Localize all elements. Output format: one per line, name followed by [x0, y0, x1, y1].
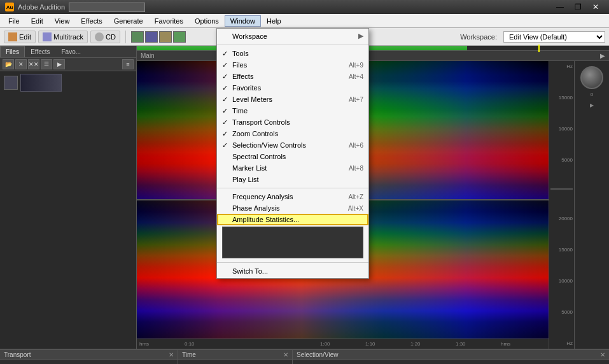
menu-favorites[interactable]: Favorites: [149, 15, 189, 27]
menu-effects[interactable]: Effects: [75, 15, 108, 27]
view-btn-2[interactable]: [145, 31, 158, 43]
menu-section-panels: Tools Files Alt+9 Effects Alt+4 Favorite…: [217, 46, 368, 186]
view-btn-1[interactable]: [131, 31, 144, 43]
freq-analysis-label: Frequency Analysis: [232, 193, 293, 200]
transport-content: |◀ ◀◀ ▶ ⏸ ■ ▶| |◀ ◀ ▶ ▶| ● 1:2: [0, 360, 178, 364]
menu-section-workspace: Workspace ▶: [217, 29, 368, 43]
menu-window[interactable]: Window: [225, 15, 261, 27]
dial-label: 0: [591, 92, 593, 97]
hz-label-15000b: 15000: [550, 247, 573, 253]
hz-label-15000: 15000: [550, 95, 573, 101]
waveform-area: Main ▶: [137, 46, 609, 349]
workspace-label-text: Workspace: [232, 32, 267, 40]
workspace-selector: Workspace: Edit View (Default): [460, 31, 605, 43]
menu-item-transport[interactable]: Transport Controls: [217, 116, 368, 128]
menu-item-tools[interactable]: Tools: [217, 48, 368, 59]
cd-button[interactable]: CD: [90, 31, 120, 43]
menu-div-1: [217, 45, 368, 45]
app-icon: Au: [5, 3, 14, 11]
multitrack-icon: [43, 32, 52, 41]
menu-generate[interactable]: Generate: [108, 15, 149, 27]
menu-item-time[interactable]: Time: [217, 105, 368, 116]
timeline-0-10: 0:10: [185, 341, 230, 347]
timeline-1-10: 1:10: [365, 341, 410, 347]
menu-item-marker-list[interactable]: Marker List Alt+8: [217, 162, 368, 174]
view-btn-3[interactable]: [159, 31, 172, 43]
files-play-btn[interactable]: ▶: [53, 59, 65, 69]
titlebar-left: Au Adobe Audition: [5, 3, 145, 12]
scroll-right-arrow[interactable]: ▶: [590, 102, 594, 108]
selection-panel: Selection/View ✕ Begin End Length Select…: [293, 350, 609, 364]
hz-label-10000b: 10000: [550, 278, 573, 284]
selection-panel-header: Selection/View ✕: [293, 350, 609, 360]
view-btn-4[interactable]: [173, 31, 186, 43]
tab-files[interactable]: Files: [0, 46, 25, 57]
zoom-label: Zoom Controls: [232, 130, 278, 137]
waveform-scroll-right[interactable]: ▶: [600, 52, 605, 59]
progress-marker: [538, 45, 540, 52]
favorites-label: Favorites: [232, 84, 261, 92]
hz-label-5000: 5000: [550, 157, 573, 163]
menu-item-freq-analysis[interactable]: Frequency Analysis Alt+Z: [217, 191, 368, 202]
menu-section-analysis: Frequency Analysis Alt+Z Phase Analysis …: [217, 190, 368, 261]
edit-label: Edit: [19, 33, 31, 41]
selection-close-btn[interactable]: ✕: [600, 351, 605, 358]
menu-item-amplitude-stats[interactable]: Amplitude Statistics...: [217, 214, 368, 225]
menu-file[interactable]: File: [3, 15, 25, 27]
level-meters-shortcut: Alt+7: [349, 96, 363, 103]
menu-item-files[interactable]: Files Alt+9: [217, 59, 368, 71]
menu-item-effects[interactable]: Effects Alt+4: [217, 71, 368, 82]
spectral-ctrl-label: Spectral Controls: [232, 153, 286, 160]
restore-button[interactable]: ❐: [570, 1, 586, 13]
menu-view[interactable]: View: [49, 15, 76, 27]
menu-item-phase-analysis[interactable]: Phase Analysis Alt+X: [217, 202, 368, 214]
file-thumbnail-1: [20, 74, 62, 92]
files-close-all-btn[interactable]: ✕✕: [28, 59, 39, 69]
timeline-hms-start: hms: [139, 341, 185, 347]
edit-mode-button[interactable]: Edit: [4, 31, 36, 43]
menu-item-zoom[interactable]: Zoom Controls: [217, 128, 368, 139]
menu-edit[interactable]: Edit: [25, 15, 49, 27]
cd-icon: [95, 32, 104, 41]
files-toolbar: 📂 ✕ ✕✕ ☰ ▶ ≡: [0, 58, 136, 71]
timeline-1-20: 1:20: [410, 341, 456, 347]
files-label: Files: [232, 61, 247, 69]
menu-item-selection-view[interactable]: Selection/View Controls Alt+6: [217, 139, 368, 151]
volume-dial[interactable]: [580, 66, 603, 89]
freq-analysis-shortcut: Alt+Z: [348, 193, 363, 200]
transport-close-btn[interactable]: ✕: [169, 351, 174, 358]
multitrack-button[interactable]: Multitrack: [38, 31, 88, 43]
time-close-btn[interactable]: ✕: [283, 351, 288, 358]
selection-content: Begin End Length Selection 1:22.999 1:33…: [293, 360, 609, 364]
menu-item-spectral-ctrl[interactable]: Spectral Controls: [217, 151, 368, 162]
toolbar-separator: [125, 31, 126, 43]
timeline-hms-end: hms: [501, 341, 546, 347]
menu-preview-area: [222, 227, 363, 258]
menu-item-workspace[interactable]: Workspace ▶: [217, 30, 368, 42]
menu-item-switch-to[interactable]: Switch To...: [217, 265, 368, 277]
hz-labels-top: Hz 15000 10000 5000 20000 15000 10000 50…: [549, 61, 574, 349]
title-input[interactable]: [69, 3, 145, 12]
timeline-1-30: 1:30: [456, 341, 501, 347]
files-options-btn[interactable]: ≡: [122, 59, 134, 69]
waveform-main: hms 0:10 1:00 1:10 1:20 1:30 hms Hz 1500…: [137, 61, 609, 349]
amplitude-stats-label: Amplitude Statistics...: [232, 216, 299, 223]
menu-item-level-meters[interactable]: Level Meters Alt+7: [217, 94, 368, 105]
files-open-btn[interactable]: 📂: [3, 59, 14, 69]
menu-item-play-list[interactable]: Play List: [217, 174, 368, 185]
menu-options[interactable]: Options: [189, 15, 225, 27]
hz-label-spacer: [550, 188, 573, 190]
workspace-dropdown[interactable]: Edit View (Default): [503, 31, 605, 43]
time-panel: Time ✕ 1:2... m:ss: [178, 350, 293, 364]
close-button[interactable]: ✕: [587, 1, 604, 13]
list-item[interactable]: [1, 73, 135, 93]
tab-effects[interactable]: Effects: [25, 46, 55, 57]
files-detail-btn[interactable]: ☰: [41, 59, 52, 69]
switch-to-label: Switch To...: [232, 267, 268, 275]
tab-favorites[interactable]: Favo...: [56, 46, 87, 57]
menubar: File Edit View Effects Generate Favorite…: [0, 14, 609, 28]
files-close-btn[interactable]: ✕: [15, 59, 27, 69]
minimize-button[interactable]: —: [552, 1, 568, 13]
menu-item-favorites[interactable]: Favorites: [217, 82, 368, 94]
menu-help[interactable]: Help: [261, 15, 287, 27]
